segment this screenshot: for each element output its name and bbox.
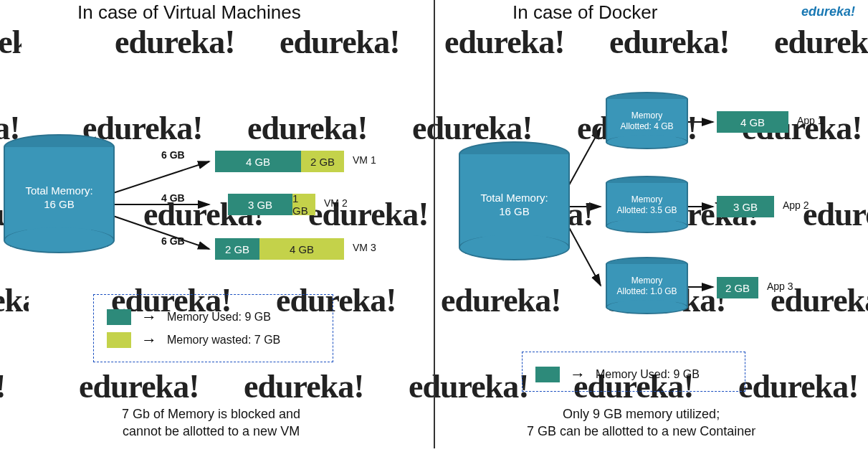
app2-cylinder: Memory Allotted: 3.5 GB [606,183,688,237]
vm3-bar: 2 GB 4 GB [215,238,344,260]
watermark: edureka! [803,195,868,233]
vm2-wasted: 1 GB [292,194,315,215]
watermark: edureka! [79,367,199,405]
svg-line-0 [111,161,209,194]
app2-bar: 3 GB [717,196,774,217]
legend-used-swatch [535,367,560,382]
right-total-memory-cylinder: Total Memory: 16 GB [459,154,570,262]
app2-label: App 2 [783,199,809,211]
vm2-used: 3 GB [228,194,292,215]
watermark: edureka! [409,367,529,405]
vm1-wasted: 2 GB [301,151,344,172]
watermark: edureka! [247,109,368,147]
app2-used: 3 GB [717,196,774,217]
svg-line-3 [566,128,601,190]
watermark: edureka! [280,23,400,61]
vm1-bar: 4 GB 2 GB [215,151,344,172]
left-legend: → Memory Used: 9 GB → Memory wasted: 7 G… [93,294,333,362]
watermark: edureka! [738,367,859,405]
right-total-memory-label: Total Memory: 16 GB [459,192,570,219]
app1-cylinder: Memory Allotted: 4 GB [606,99,688,153]
arrow-icon: → [570,365,586,384]
vm3-alloc-label: 6 GB [161,235,185,247]
app3-label: App 3 [767,281,793,292]
watermark: edureka! [441,281,561,319]
pane-divider [434,0,435,448]
left-total-memory-label: Total Memory: 16 GB [4,184,115,212]
app3-bar: 2 GB [717,277,758,298]
svg-line-5 [566,222,601,286]
vm3-wasted: 4 GB [259,238,344,260]
app1-cyl-label: Memory Allotted: 4 GB [606,110,688,132]
watermark: edureka! [244,367,364,405]
brand-logo: edureka! [801,4,855,19]
app2-cyl-label: Memory Allotted: 3.5 GB [606,194,688,216]
watermark: edureka! [444,23,565,61]
vm3-name: VM 3 [353,242,376,253]
app3-used: 2 GB [717,277,758,298]
arrow-icon: → [141,331,157,349]
vm1-used: 4 GB [215,151,301,172]
vm2-name: VM 2 [324,197,348,209]
left-conclusion: 7 Gb of Memory is blocked and cannot be … [122,405,300,441]
legend-wasted-text: Memory wasted: 7 GB [167,334,280,347]
app1-used: 4 GB [717,111,788,133]
vm2-bar: 3 GB 1 GB [228,194,315,215]
app1-bar: 4 GB [717,111,788,133]
legend-wasted-swatch [107,332,131,348]
watermark: edureka! [115,23,235,61]
legend-used-swatch [107,309,131,325]
left-total-memory-cylinder: Total Memory: 16 GB [4,147,115,255]
vm1-name: VM 1 [353,154,376,166]
vm3-used: 2 GB [215,238,259,260]
watermark: edureka! [609,23,730,61]
right-conclusion: Only 9 GB memory utilized; 7 GB can be a… [527,405,755,441]
watermark: edureka! [0,367,29,405]
app3-cyl-label: Memory Allotted: 1.0 GB [606,276,688,297]
svg-line-2 [111,215,209,249]
watermark: edureka! [774,23,868,61]
app1-label: App 1 [797,115,824,126]
right-heading: In case of Docker [512,1,657,24]
right-legend: → Memory Used: 9 GB [522,352,745,392]
legend-used-text: Memory Used: 9 GB [167,311,271,324]
right-legend-used-text: Memory Used: 9 GB [596,368,700,381]
arrow-icon: → [141,308,157,326]
watermark: edureka! [0,23,22,61]
watermark: edureka! [0,281,29,319]
left-heading: In case of Virtual Machines [77,1,301,24]
vm1-alloc-label: 6 GB [161,149,185,161]
app3-cylinder: Memory Allotted: 1.0 GB [606,264,688,318]
vm2-alloc-label: 4 GB [161,192,185,204]
